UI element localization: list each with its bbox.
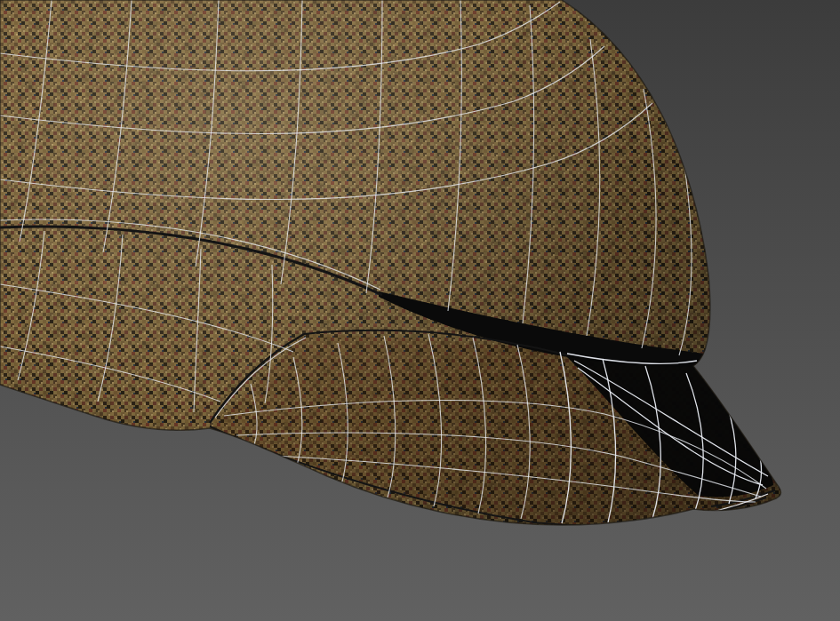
cap-model[interactable]	[0, 0, 840, 621]
3d-viewport[interactable]	[0, 0, 840, 621]
screenshot-root	[0, 0, 840, 621]
viewport-canvas	[0, 0, 840, 621]
